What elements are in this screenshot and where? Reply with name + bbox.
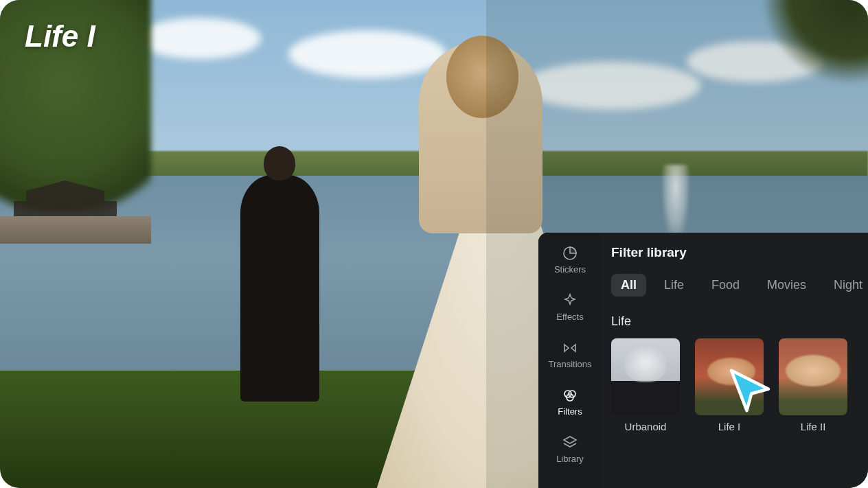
side-rail: Stickers Effects Transitions [538, 233, 602, 488]
rail-item-stickers[interactable]: Stickers [538, 242, 602, 277]
filter-thumb-image [695, 338, 764, 415]
category-chip-night[interactable]: Night [824, 274, 868, 297]
rail-item-filters[interactable]: Filters [538, 384, 602, 419]
filter-thumbs-row: Urbanoid Life I Life II [611, 338, 868, 432]
filter-section-label: Life [611, 314, 868, 329]
filter-thumb-label: Life I [718, 421, 741, 432]
rail-item-transitions[interactable]: Transitions [538, 337, 602, 372]
rail-label: Filters [558, 406, 582, 417]
video-preview-viewport: Life I Stickers Effects [0, 0, 868, 488]
rail-item-effects[interactable]: Effects [538, 290, 602, 325]
category-chip-all[interactable]: All [611, 274, 646, 297]
filters-icon [562, 387, 578, 404]
rail-label: Library [556, 454, 584, 464]
filter-panel-content: Filter library All Life Food Movies Nigh… [602, 233, 868, 488]
filter-thumb-image [779, 338, 847, 415]
rail-label: Stickers [554, 264, 586, 275]
filter-thumb-life2[interactable]: Life II [779, 338, 847, 432]
filter-category-row: All Life Food Movies Night S [611, 274, 868, 297]
preview-cloud [137, 18, 261, 59]
category-chip-life[interactable]: Life [654, 274, 694, 297]
filter-thumb-life1[interactable]: Life I [695, 338, 764, 432]
filter-thumb-image [611, 338, 680, 415]
filter-panel: Stickers Effects Transitions [538, 233, 868, 488]
applied-filter-name: Life I [25, 19, 95, 54]
transitions-icon [562, 340, 578, 356]
rail-label: Effects [556, 312, 584, 322]
category-chip-movies[interactable]: Movies [757, 274, 816, 297]
category-chip-food[interactable]: Food [702, 274, 749, 297]
rail-item-library[interactable]: Library [538, 432, 602, 467]
sparkle-icon [562, 292, 578, 309]
preview-dock [0, 216, 151, 244]
sticker-icon [562, 245, 578, 262]
preview-person-groom [240, 175, 319, 402]
library-icon [562, 434, 578, 451]
filter-thumb-label: Life II [801, 421, 826, 432]
filter-thumb-urbanoid[interactable]: Urbanoid [611, 338, 680, 432]
panel-title: Filter library [611, 245, 868, 260]
filter-thumb-label: Urbanoid [625, 421, 667, 432]
rail-label: Transitions [548, 359, 591, 369]
